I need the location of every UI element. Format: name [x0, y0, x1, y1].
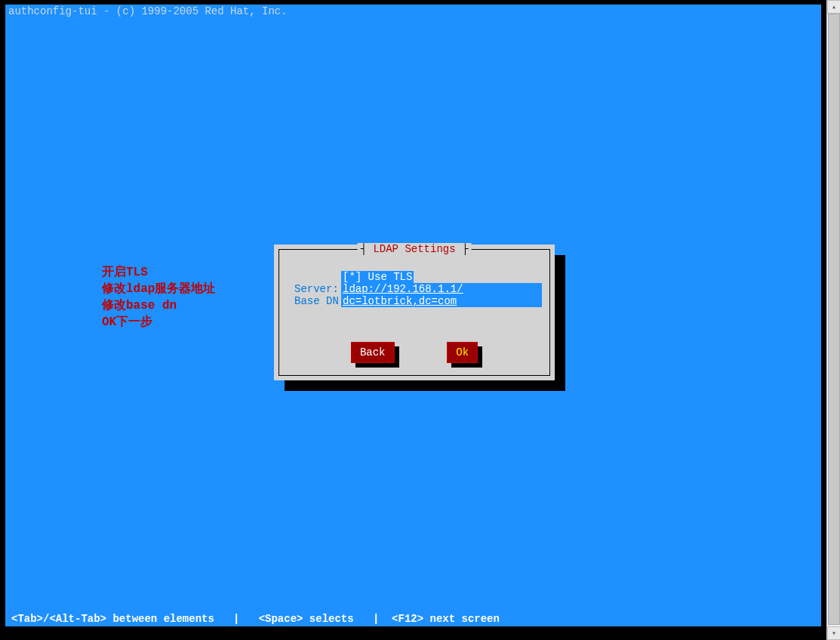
scroll-down-icon[interactable]: ▾ [827, 626, 840, 640]
dialog-buttons: Back Ok [279, 342, 549, 363]
annotation-line-4: OK下一步 [102, 314, 215, 331]
app-title: authconfig-tui - (c) 1999-2005 Red Hat, … [5, 5, 821, 18]
basedn-row: Base DN: dc=lotbrick,dc=com [294, 295, 542, 307]
use-tls-checkbox[interactable]: [*] Use TLS [341, 271, 414, 283]
dialog-frame: LDAP Settings [*] Use TLS Server: ldap:/… [278, 249, 550, 376]
server-row: Server: ldap://192.168.1.1/ [294, 283, 542, 295]
server-input[interactable]: ldap://192.168.1.1/ [341, 283, 542, 295]
vertical-scrollbar[interactable]: ▴ ▾ [826, 0, 840, 640]
back-button[interactable]: Back [351, 342, 395, 363]
basedn-label: Base DN: [294, 295, 341, 307]
dialog-title: LDAP Settings [358, 243, 472, 255]
annotation-line-2: 修改ldap服务器地址 [102, 281, 215, 297]
basedn-input[interactable]: dc=lotbrick,dc=com [341, 295, 542, 307]
annotation-line-1: 开启TLS [102, 264, 215, 281]
dialog-fields: [*] Use TLS Server: ldap://192.168.1.1/ … [294, 271, 542, 307]
ok-button-wrap: Ok [447, 342, 478, 363]
ok-button[interactable]: Ok [447, 342, 478, 363]
scroll-thumb[interactable] [828, 14, 840, 625]
use-tls-row: [*] Use TLS [294, 271, 542, 283]
terminal-screen: authconfig-tui - (c) 1999-2005 Red Hat, … [5, 5, 821, 626]
ldap-settings-dialog: LDAP Settings [*] Use TLS Server: ldap:/… [274, 245, 555, 380]
scroll-up-icon[interactable]: ▴ [827, 0, 840, 14]
footer-hint: <Tab>/<Alt-Tab> between elements | <Spac… [5, 611, 821, 626]
annotation-line-3: 修改base dn [102, 297, 215, 314]
terminal-outer: authconfig-tui - (c) 1999-2005 Red Hat, … [0, 0, 826, 640]
back-button-wrap: Back [351, 342, 395, 363]
server-label: Server: [294, 283, 341, 295]
overlay-annotations: 开启TLS 修改ldap服务器地址 修改base dn OK下一步 [102, 264, 215, 331]
empty-label [294, 271, 341, 283]
